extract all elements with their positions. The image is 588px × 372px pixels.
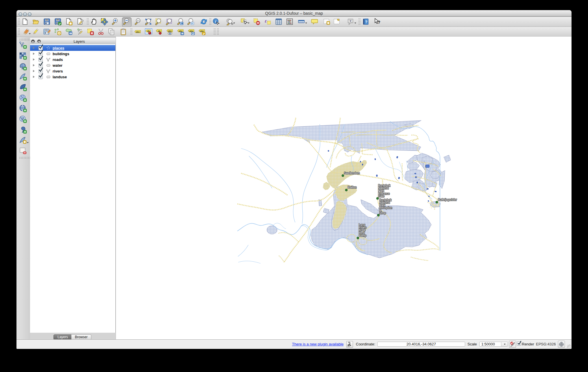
svg-text:Reception: Reception (379, 206, 392, 209)
svg-text:ab: ab (158, 30, 160, 32)
svg-text:Camp: Camp (359, 234, 367, 237)
svg-text:?: ? (365, 20, 367, 24)
svg-text:1:1: 1:1 (137, 20, 140, 22)
svg-text:abc: abc (190, 30, 193, 32)
svg-text:abc: abc (179, 30, 183, 32)
svg-text:abc: abc (200, 30, 204, 32)
svg-text:abc: abc (168, 30, 172, 32)
svg-text:Railton: Railton (347, 186, 356, 189)
svg-text:Buffeljagsrivier: Buffeljagsrivier (438, 198, 457, 201)
svg-text:abc: abc (136, 31, 140, 33)
svg-text:ab: ab (147, 30, 149, 32)
svg-text:?: ? (378, 20, 380, 25)
svg-text:i: i (215, 19, 216, 23)
svg-text:T: T (350, 20, 351, 23)
svg-text:Gate: Gate (378, 195, 384, 198)
svg-text:ε: ε (265, 18, 267, 23)
svg-text:Shop: Shop (379, 211, 386, 215)
svg-text:Swellendam: Swellendam (344, 172, 360, 175)
